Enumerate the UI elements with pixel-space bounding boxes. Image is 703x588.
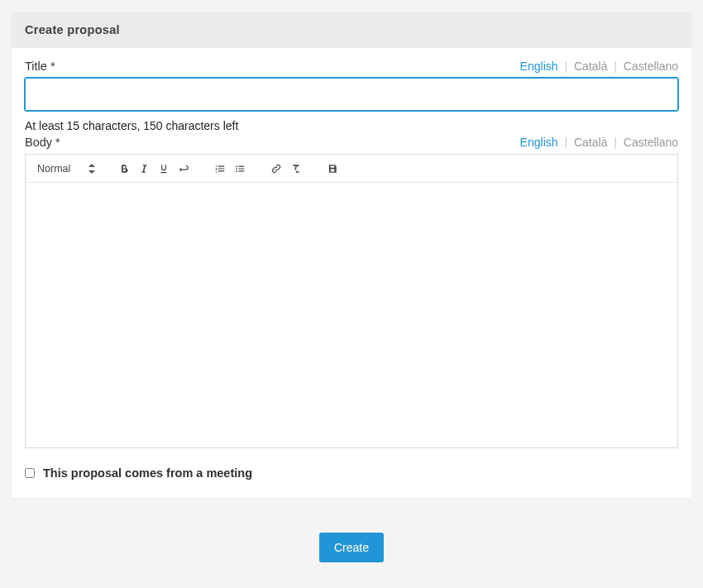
body-row: Body * English | Català | Castellano: [25, 136, 678, 149]
lang-tab-catala[interactable]: Català: [574, 60, 607, 73]
bold-button[interactable]: [115, 159, 133, 179]
title-label: Title *: [25, 60, 55, 73]
body-language-tabs: English | Català | Castellano: [520, 136, 678, 149]
title-row: Title * English | Català | Castellano: [25, 60, 678, 73]
lang-tab-castellano[interactable]: Castellano: [624, 60, 678, 73]
rich-text-editor: Normal: [25, 154, 678, 448]
italic-icon: [138, 163, 150, 174]
bold-icon: [118, 163, 130, 174]
italic-button[interactable]: [135, 159, 153, 179]
editor-toolbar: Normal: [26, 155, 677, 183]
submit-row: Create: [12, 533, 691, 567]
form-body: Title * English | Català | Castellano At…: [12, 48, 691, 498]
clear-format-button[interactable]: x: [287, 159, 305, 179]
link-button[interactable]: [267, 159, 285, 179]
meeting-checkbox[interactable]: [25, 468, 35, 478]
unordered-list-button[interactable]: [231, 159, 249, 179]
card-title: Create proposal: [12, 12, 691, 48]
clear-format-icon: x: [290, 163, 302, 174]
unordered-list-icon: [234, 163, 246, 174]
meeting-checkbox-row: This proposal comes from a meeting: [25, 466, 678, 480]
body-label: Body *: [25, 136, 60, 149]
save-button[interactable]: [323, 159, 342, 179]
underline-button[interactable]: [155, 159, 173, 179]
dropdown-caret-icon: [88, 164, 95, 174]
body-editor-area[interactable]: [26, 183, 677, 447]
save-icon: [327, 163, 338, 174]
create-button[interactable]: Create: [319, 533, 384, 562]
lang-separator: |: [564, 60, 567, 73]
svg-text:x: x: [296, 169, 299, 173]
linebreak-icon: [178, 163, 189, 174]
lang-tab-english[interactable]: English: [520, 136, 558, 149]
format-select[interactable]: Normal: [34, 161, 98, 176]
lang-separator: |: [614, 136, 617, 149]
lang-separator: |: [564, 136, 567, 149]
meeting-checkbox-label: This proposal comes from a meeting: [43, 466, 252, 480]
ordered-list-button[interactable]: [211, 159, 229, 179]
lang-tab-castellano[interactable]: Castellano: [624, 136, 678, 149]
ordered-list-icon: [214, 163, 226, 174]
title-language-tabs: English | Català | Castellano: [520, 60, 678, 73]
underline-icon: [158, 163, 170, 174]
lang-tab-english[interactable]: English: [520, 60, 558, 73]
title-help-text: At least 15 characters, 150 characters l…: [25, 119, 678, 132]
linebreak-button[interactable]: [175, 159, 193, 179]
lang-tab-catala[interactable]: Català: [574, 136, 607, 149]
lang-separator: |: [614, 60, 617, 73]
title-input[interactable]: [25, 78, 678, 111]
link-icon: [270, 163, 282, 174]
format-select-label: Normal: [37, 163, 70, 174]
create-proposal-card: Create proposal Title * English | Català…: [12, 12, 691, 498]
body-section: Body * English | Català | Castellano Nor…: [25, 136, 678, 448]
